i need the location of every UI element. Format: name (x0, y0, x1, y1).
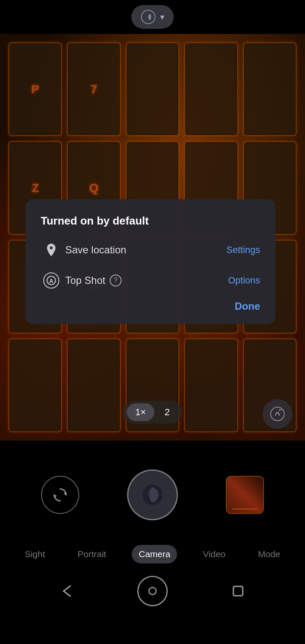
bottom-controls: Sight Portrait Camera Video Mode (0, 441, 305, 568)
settings-button[interactable]: Settings (227, 244, 261, 255)
svg-text:A: A (49, 278, 53, 284)
key-blank3 (243, 42, 297, 136)
svg-point-4 (271, 407, 284, 421)
key-blank12 (67, 339, 120, 432)
viewfinder: P 7 Z Q W Turned on by default (0, 34, 305, 441)
tab-sight[interactable]: Sight (18, 545, 52, 564)
chevron-down-icon: ▾ (160, 12, 164, 22)
zoom-2x-button[interactable]: 2 (156, 403, 178, 421)
flip-camera-button[interactable] (41, 476, 79, 514)
shutter-button[interactable] (127, 469, 178, 520)
home-button[interactable] (137, 576, 168, 606)
zoom-controls: 1× 2 (122, 401, 182, 424)
gallery-button[interactable] (226, 476, 264, 514)
top-shot-icon: A (41, 270, 62, 291)
home-button-inner (148, 587, 157, 595)
shutter-inner (138, 480, 167, 510)
help-icon[interactable]: ? (110, 275, 122, 286)
save-location-row: Save location Settings (41, 239, 260, 261)
key-blank1 (126, 42, 179, 136)
shutter-row (0, 441, 305, 545)
tab-mode[interactable]: Mode (251, 545, 287, 564)
key-p: P (8, 42, 62, 136)
popup-card: Turned on by default Save location Setti… (25, 199, 275, 324)
save-location-label: Save location (65, 244, 227, 256)
night-mode-icon (141, 9, 156, 25)
gallery-thumbnail (227, 477, 263, 513)
nav-bar (0, 568, 305, 614)
tab-video[interactable]: Video (196, 545, 232, 564)
svg-rect-6 (233, 586, 243, 596)
auto-mode-button[interactable] (263, 399, 292, 429)
location-icon (41, 239, 62, 261)
mode-pill[interactable]: ▾ (131, 5, 174, 29)
popup-title: Turned on by default (41, 214, 260, 228)
key-blank2 (184, 42, 238, 136)
top-shot-label: Top Shot ? (65, 275, 228, 286)
top-shot-row: A Top Shot ? Options (41, 270, 260, 291)
key-blank11 (8, 339, 62, 432)
done-button[interactable]: Done (235, 300, 260, 312)
key-7: 7 (67, 42, 120, 136)
tab-camera[interactable]: Camera (132, 545, 177, 564)
options-button[interactable]: Options (228, 275, 260, 286)
status-bar: ▾ (0, 0, 305, 34)
back-button[interactable] (54, 578, 80, 604)
key-blank14 (184, 339, 238, 432)
tab-portrait[interactable]: Portrait (71, 545, 113, 564)
zoom-1x-button[interactable]: 1× (127, 403, 154, 421)
recents-button[interactable] (225, 578, 251, 604)
mode-tabs: Sight Portrait Camera Video Mode (0, 545, 305, 568)
done-row: Done (41, 300, 260, 312)
